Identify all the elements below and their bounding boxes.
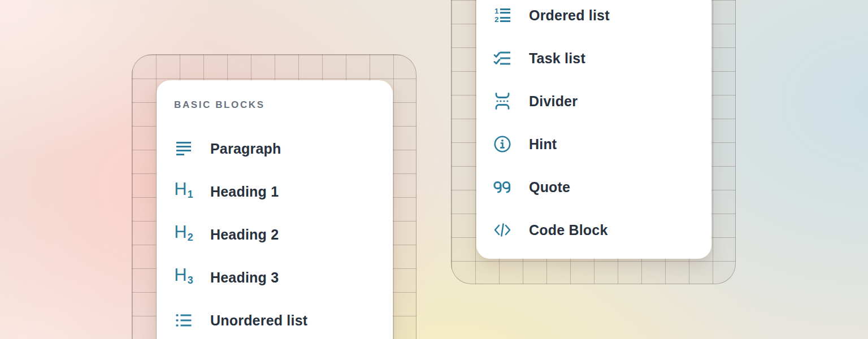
menu-item-label: Unordered list: [210, 312, 307, 329]
basic-blocks-menu-list: Paragraph H1 Heading 1 H2 Heading 2 H3 H…: [174, 139, 393, 330]
menu-item-label: Hint: [529, 136, 557, 153]
menu-item-label: Task list: [529, 50, 585, 67]
menu-item-unordered-list[interactable]: Unordered list: [174, 311, 393, 330]
menu-item-quote[interactable]: Quote: [493, 177, 711, 197]
quote-icon: [493, 177, 512, 197]
basic-blocks-menu-card: BASIC BLOCKS Paragraph H1 Heading 1 H2 H…: [157, 80, 393, 339]
menu-item-label: Heading 2: [210, 227, 279, 243]
heading-icon: H1: [174, 182, 193, 201]
svg-text:2: 2: [494, 15, 499, 24]
blocks-menu-list: 1 2 Ordered list Task list Divider Hint …: [493, 6, 711, 240]
code-block-icon: [493, 220, 512, 240]
ordered-list-icon: 1 2: [493, 6, 512, 25]
hero-background: { "left_panel": { "section_label": "BASI…: [0, 0, 868, 339]
heading-icon: H2: [174, 225, 193, 244]
menu-item-heading-2[interactable]: H2 Heading 2: [174, 225, 393, 244]
svg-text:1: 1: [494, 7, 499, 15]
menu-item-label: Ordered list: [529, 7, 610, 24]
menu-item-label: Heading 1: [210, 184, 279, 200]
menu-item-label: Code Block: [529, 222, 608, 238]
menu-item-label: Divider: [529, 93, 578, 110]
menu-item-paragraph[interactable]: Paragraph: [174, 139, 393, 158]
menu-item-divider[interactable]: Divider: [493, 92, 711, 111]
paragraph-icon: [174, 139, 193, 158]
menu-item-label: Heading 3: [210, 270, 279, 286]
menu-item-hint[interactable]: Hint: [493, 134, 711, 154]
divider-icon: [493, 92, 512, 111]
menu-item-label: Paragraph: [210, 141, 281, 157]
menu-item-heading-3[interactable]: H3 Heading 3: [174, 268, 393, 287]
hint-icon: [493, 134, 512, 154]
menu-item-ordered-list[interactable]: 1 2 Ordered list: [493, 6, 711, 25]
menu-item-code-block[interactable]: Code Block: [493, 220, 711, 240]
blocks-menu-card: 1 2 Ordered list Task list Divider Hint …: [476, 0, 711, 259]
menu-item-task-list[interactable]: Task list: [493, 49, 711, 68]
section-label: BASIC BLOCKS: [174, 99, 393, 111]
task-list-icon: [493, 49, 512, 68]
unordered-list-icon: [174, 311, 193, 330]
heading-icon: H3: [174, 268, 193, 287]
menu-item-heading-1[interactable]: H1 Heading 1: [174, 182, 393, 201]
menu-item-label: Quote: [529, 179, 570, 195]
